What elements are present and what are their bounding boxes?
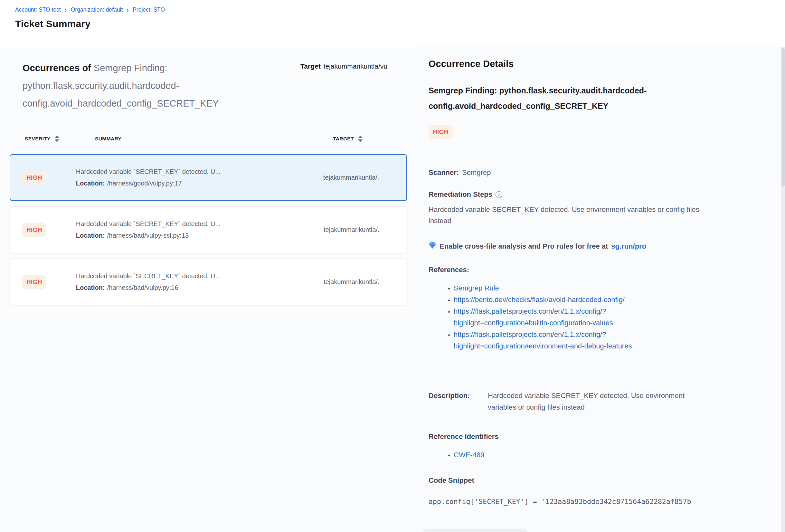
description-text: Hardcoded variable SECRET_KEY detected. … [488,390,713,413]
location-value: /harness/bad/vulpy.py:16 [107,284,178,291]
severity-badge: HIGH [429,125,453,139]
breadcrumb-project-link[interactable]: Project: STO [133,6,165,13]
occurrence-summary: Hardcoded variable `SECRET_KEY` detected… [76,273,282,292]
target-label: Target [300,62,321,70]
info-icon[interactable] [496,191,502,198]
severity-badge: HIGH [22,275,46,289]
occurrence-summary-text: Hardcoded variable `SECRET_KEY` detected… [76,273,282,280]
breadcrumb-chevron-icon: › [65,6,67,13]
location-label: Location: [76,180,105,187]
occurrence-target: tejakummarikuntla/. [324,226,407,233]
reference-identifiers-list: CWE-489 [429,449,785,461]
pro-tip-text: Enable cross-file analysis and Pro rules… [439,242,608,251]
occurrences-header: Occurrences of Semgrep Finding: python.f… [0,59,416,112]
split-view: Occurrences of Semgrep Finding: python.f… [0,47,785,532]
occurrence-summary-text: Hardcoded variable `SECRET_KEY` detected… [76,220,282,228]
remediation-text: Hardcoded variable SECRET_KEY detected. … [429,204,720,226]
occurrences-title: Occurrences of Semgrep Finding: python.f… [23,59,282,112]
vertical-scrollbar-thumb[interactable] [782,48,785,187]
occurrences-table-header: SEVERITY SUMMARY TARGET [0,135,416,142]
breadcrumb-account-link[interactable]: Account: STO test [15,6,61,13]
occurrence-summary-text: Hardcoded variable `SECRET_KEY` detected… [76,168,282,176]
scanner-value: Semgrep [462,169,491,176]
occurrence-summary: Hardcoded variable `SECRET_KEY` detected… [76,220,282,239]
page-header: Account: STO test › Organization: defaul… [0,0,785,47]
occurrence-row[interactable]: HIGH Hardcoded variable `SECRET_KEY` det… [10,206,407,253]
severity-badge: HIGH [22,223,46,237]
code-snippet-heading: Code Snippet [429,476,785,485]
severity-sort-icon[interactable] [55,135,59,142]
gem-icon [429,242,436,251]
remediation-steps-label: Remediation Steps [429,190,492,199]
reference-link[interactable]: https://flask.palletsprojects.com/en/1.1… [454,306,642,329]
target-value: tejakummarikuntla/vu [324,62,387,70]
description-row: Description: Hardcoded variable SECRET_K… [429,390,785,413]
occurrence-target: tejakummarikuntla/. [324,278,407,286]
references-heading: References: [429,266,785,274]
remediation-steps-heading: Remediation Steps [429,190,785,199]
scanner-row: Scanner:Semgrep [429,169,785,177]
breadcrumb-organization-link[interactable]: Organization: default [71,6,123,13]
reference-link[interactable]: https://flask.palletsprojects.com/en/1.1… [454,329,642,352]
reference-identifiers-heading: Reference Identifiers [429,432,785,441]
cwe-link[interactable]: CWE-489 [454,449,642,461]
breadcrumb: Account: STO test › Organization: defaul… [15,6,785,13]
occurrences-list: HIGH Hardcoded variable `SECRET_KEY` det… [10,154,407,305]
finding-title: Semgrep Finding: python.flask.security.a… [429,83,728,114]
occurrence-summary: Hardcoded variable `SECRET_KEY` detected… [76,168,282,187]
reference-link[interactable]: https://bento.dev/checks/flask/avoid-har… [454,294,642,306]
occurrences-title-prefix: Occurrences of [23,63,91,73]
occurrence-target: tejakummarikuntla/. [323,174,406,181]
code-snippet: app.config['SECRET_KEY'] = '123aa8a93bdd… [429,498,785,506]
column-header-severity[interactable]: SEVERITY [25,136,51,142]
location-label: Location: [76,232,105,239]
severity-badge: HIGH [22,171,46,184]
occurrence-details-panel: Occurrence Details Semgrep Finding: pyth… [417,47,785,532]
occurrence-details-title: Occurrence Details [429,59,785,69]
horizontal-scrollbar[interactable] [424,529,527,532]
location-value: /harness/bad/vulpy-ssl.py:13 [107,232,189,239]
occurrences-panel: Occurrences of Semgrep Finding: python.f… [0,47,417,532]
target-info: Targettejakummarikuntla/vu [300,62,416,70]
column-header-target[interactable]: TARGET [333,136,354,142]
scanner-label: Scanner: [429,169,459,176]
page-title: Ticket Summary [15,18,785,29]
location-value: /harness/good/vulpy.py:17 [107,180,182,187]
reference-link[interactable]: Semgrep Rule [454,282,642,294]
column-header-summary[interactable]: SUMMARY [95,136,121,142]
pro-tip: Enable cross-file analysis and Pro rules… [429,242,785,251]
pro-tip-link[interactable]: sg.run/pro [611,242,646,251]
references-list: Semgrep Rule https://bento.dev/checks/fl… [429,282,785,352]
location-label: Location: [76,284,105,291]
description-label: Description: [429,390,488,413]
breadcrumb-chevron-icon: › [126,6,129,13]
occurrence-row-selected[interactable]: HIGH Hardcoded variable `SECRET_KEY` det… [10,154,407,201]
target-sort-icon[interactable] [358,135,362,142]
occurrence-row[interactable]: HIGH Hardcoded variable `SECRET_KEY` det… [10,259,407,305]
